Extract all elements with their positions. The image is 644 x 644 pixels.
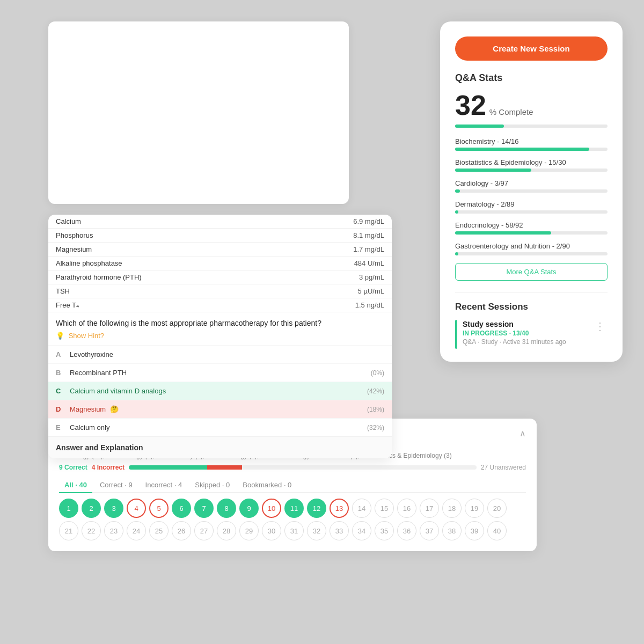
lab-test: Parathyroid hormone (PTH) [48,270,284,284]
subject-stat-row: Dermatology - 2/89 [455,200,608,214]
question-number-8[interactable]: 8 [217,499,236,518]
option-emoji: 🤔 [110,405,119,413]
subject-label: Biochemistry - 14/16 [455,137,608,145]
question-number-16[interactable]: 16 [397,499,416,518]
overall-progress-bar [455,125,608,128]
session-tab-2[interactable]: Incorrect · 4 [140,478,188,493]
lab-row: Free T₄1.5 ng/dL [48,298,392,312]
option-letter: B [56,369,64,377]
collapse-details-button[interactable]: ∧ [519,428,526,438]
session-meta: Q&A · Study · Active 31 minutes ago [463,338,587,346]
question-number-4[interactable]: 4 [127,499,146,518]
question-number-31[interactable]: 31 [284,521,304,540]
session-tab-0[interactable]: All · 40 [59,478,92,493]
question-number-36[interactable]: 36 [397,521,416,540]
option-text: Levothyroxine [70,350,113,358]
option-letter: C [56,387,64,395]
question-number-34[interactable]: 34 [352,521,371,540]
question-number-18[interactable]: 18 [442,499,462,518]
lab-value: 484 U/mL [284,257,392,270]
lab-values-table: Calcium6.9 mg/dLPhosphorus8.1 mg/dLMagne… [48,215,392,312]
session-info: Study session IN PROGRESS · 13/40 Q&A · … [463,320,587,346]
question-number-9[interactable]: 9 [239,499,259,518]
question-number-3[interactable]: 3 [104,499,123,518]
answer-options-list: A Levothyroxine B Recombinant PTH (0%) C… [48,345,392,436]
option-letter: E [56,423,64,431]
more-qa-stats-button[interactable]: More Q&A Stats [455,263,608,281]
lab-row: Magnesium1.7 mg/dL [48,243,392,257]
question-number-14[interactable]: 14 [352,499,371,518]
session-tab-4[interactable]: Bookmarked · 0 [237,478,297,493]
session-status: IN PROGRESS · 13/40 [463,330,587,337]
answer-explanation-header: Answer and Explanation [48,436,392,458]
question-number-27[interactable]: 27 [194,521,214,540]
question-number-38[interactable]: 38 [442,521,462,540]
top-left-card [48,21,349,204]
score-bar-track [129,465,477,470]
session-tab-1[interactable]: Correct · 9 [94,478,138,493]
hint-label: Show Hint? [69,332,104,340]
session-options-button[interactable]: ⋮ [592,320,608,333]
question-number-23[interactable]: 23 [104,521,123,540]
lab-value: 3 pg/mL [284,270,392,284]
question-number-26[interactable]: 26 [172,521,191,540]
lab-row: Parathyroid hormone (PTH)3 pg/mL [48,270,392,284]
question-number-15[interactable]: 15 [375,499,394,518]
score-bar-incorrect [207,465,242,470]
question-number-33[interactable]: 33 [330,521,349,540]
question-number-39[interactable]: 39 [465,521,484,540]
question-number-24[interactable]: 24 [127,521,146,540]
question-number-1[interactable]: 1 [59,499,78,518]
option-pct: (0%) [371,369,384,377]
recent-sessions-title: Recent Sessions [455,302,608,312]
question-number-12[interactable]: 12 [307,499,326,518]
answer-option-e[interactable]: E Calcium only (32%) [48,418,392,436]
session-tab-3[interactable]: Skipped · 0 [189,478,235,493]
show-hint-link[interactable]: 💡 Show Hint? [48,330,392,345]
divider [455,292,608,293]
question-number-29[interactable]: 29 [239,521,259,540]
subject-bar-fill [455,148,589,151]
session-tabs: All · 40Correct · 9Incorrect · 4Skipped … [59,478,526,493]
question-number-11[interactable]: 11 [284,499,304,518]
question-number-2[interactable]: 2 [82,499,101,518]
subject-label: Cardiology - 3/97 [455,179,608,187]
answer-option-a[interactable]: A Levothyroxine [48,345,392,363]
option-pct: (18%) [367,406,384,413]
question-number-35[interactable]: 35 [375,521,394,540]
question-number-37[interactable]: 37 [420,521,439,540]
question-number-19[interactable]: 19 [465,499,484,518]
create-session-button[interactable]: Create New Session [455,36,608,61]
answer-option-c[interactable]: C Calcium and vitamin D analogs (42%) [48,382,392,400]
qa-panel: Create New Session Q&A Stats 32 % Comple… [440,21,623,362]
unanswered-label: 27 Unanswered [481,464,526,471]
question-number-20[interactable]: 20 [487,499,507,518]
question-number-25[interactable]: 25 [149,521,169,540]
option-text: Recombinant PTH [70,369,127,377]
question-number-30[interactable]: 30 [262,521,281,540]
score-bar-row: 9 Correct 4 Incorrect 27 Unanswered [59,464,526,471]
question-number-40[interactable]: 40 [487,521,507,540]
question-number-22[interactable]: 22 [82,521,101,540]
question-number-6[interactable]: 6 [172,499,191,518]
question-number-17[interactable]: 17 [420,499,439,518]
question-number-grid: 1234567891011121314151617181920212223242… [59,499,526,540]
lab-value: 5 µU/mL [284,284,392,298]
subject-stat-row: Endocrinology - 58/92 [455,221,608,235]
lab-test: TSH [48,284,284,298]
subject-stat-row: Cardiology - 3/97 [455,179,608,193]
lab-value: 1.7 mg/dL [284,243,392,257]
answer-option-b[interactable]: B Recombinant PTH (0%) [48,363,392,382]
answer-option-d[interactable]: D Magnesium 🤔 (18%) [48,400,392,418]
question-number-32[interactable]: 32 [307,521,326,540]
question-number-28[interactable]: 28 [217,521,236,540]
question-number-5[interactable]: 5 [149,499,169,518]
session-card[interactable]: Study session IN PROGRESS · 13/40 Q&A · … [455,320,608,349]
question-number-21[interactable]: 21 [59,521,78,540]
subject-bar [455,189,608,193]
option-text: Calcium only [70,423,109,431]
question-number-13[interactable]: 13 [330,499,349,518]
qa-stats-title: Q&A Stats [455,72,608,84]
question-number-7[interactable]: 7 [194,499,214,518]
question-number-10[interactable]: 10 [262,499,281,518]
